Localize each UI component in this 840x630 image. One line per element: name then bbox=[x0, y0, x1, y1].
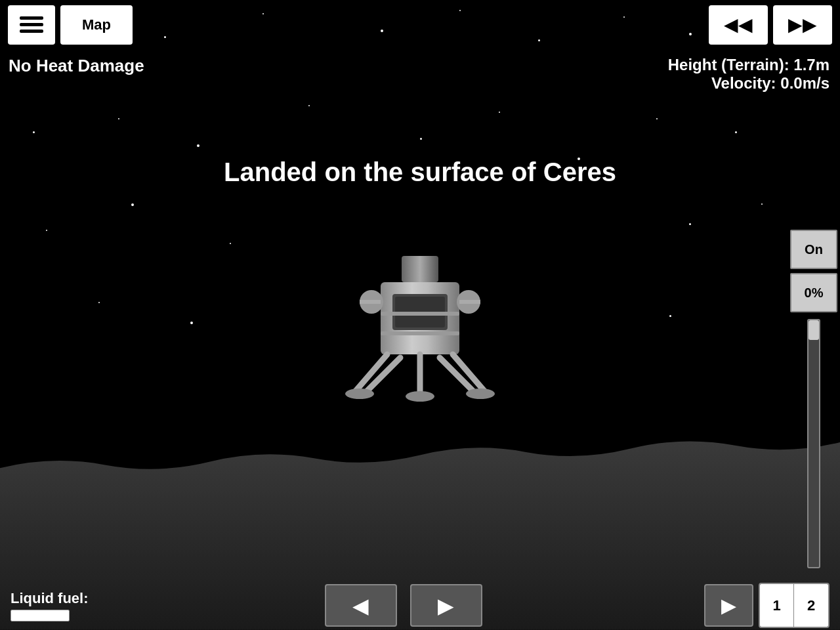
nav-right-arrow-icon: ▶ bbox=[438, 593, 454, 618]
star bbox=[669, 315, 671, 317]
rewind-icon: ◀◀ bbox=[724, 14, 753, 35]
status-text: No Heat Damage bbox=[9, 56, 144, 76]
bottom-right-controls: ▶ 1 2 bbox=[704, 583, 830, 628]
fastforward-icon: ▶▶ bbox=[788, 14, 817, 35]
mode-1-label: 1 bbox=[772, 597, 780, 614]
lander-spacecraft bbox=[315, 217, 525, 413]
nav-right-button[interactable]: ▶ bbox=[410, 584, 482, 627]
thruster-on-button[interactable]: On bbox=[790, 230, 837, 269]
svg-rect-15 bbox=[381, 312, 459, 316]
map-button[interactable]: Map bbox=[60, 5, 133, 45]
star bbox=[33, 131, 35, 133]
svg-point-11 bbox=[345, 388, 374, 399]
rewind-button[interactable]: ◀◀ bbox=[709, 5, 768, 45]
play-button[interactable]: ▶ bbox=[704, 584, 753, 627]
throttle-slider-track[interactable] bbox=[807, 319, 820, 568]
fuel-section: Liquid fuel: bbox=[10, 590, 102, 621]
top-right-controls: ◀◀ ▶▶ bbox=[709, 5, 832, 45]
svg-point-12 bbox=[466, 388, 495, 399]
nav-left-arrow-icon: ◀ bbox=[352, 593, 369, 618]
star bbox=[46, 230, 47, 231]
center-nav-buttons: ◀ ▶ bbox=[102, 584, 704, 627]
throttle-slider-thumb[interactable] bbox=[808, 320, 819, 340]
star bbox=[197, 144, 200, 147]
star bbox=[656, 118, 658, 119]
landing-message: Landed on the surface of Ceres bbox=[224, 158, 616, 187]
top-left-controls: Map bbox=[8, 5, 133, 45]
star bbox=[308, 105, 310, 106]
hamburger-icon bbox=[20, 16, 43, 33]
play-icon: ▶ bbox=[721, 594, 736, 617]
star bbox=[689, 223, 691, 225]
star bbox=[118, 118, 119, 119]
fuel-bar-fill bbox=[11, 610, 69, 621]
bottom-bar: Liquid fuel: ◀ ▶ ▶ 1 2 bbox=[0, 581, 840, 630]
mode-1-button[interactable]: 1 bbox=[760, 584, 794, 627]
star bbox=[420, 138, 422, 140]
height-display: Height (Terrain): 1.7m bbox=[668, 56, 830, 74]
throttle-percent-button[interactable]: 0% bbox=[790, 273, 837, 312]
nav-left-button[interactable]: ◀ bbox=[325, 584, 397, 627]
mode-2-button[interactable]: 2 bbox=[794, 584, 828, 627]
svg-point-14 bbox=[406, 391, 434, 402]
star bbox=[499, 112, 500, 113]
on-label: On bbox=[805, 242, 823, 257]
map-label: Map bbox=[82, 16, 111, 33]
star bbox=[131, 203, 134, 206]
fuel-bar-container bbox=[10, 610, 70, 621]
star bbox=[735, 131, 737, 133]
star bbox=[761, 203, 763, 205]
star bbox=[190, 322, 193, 324]
telemetry-display: Height (Terrain): 1.7m Velocity: 0.0m/s bbox=[668, 56, 830, 93]
throttle-label: 0% bbox=[805, 285, 824, 301]
fuel-label: Liquid fuel: bbox=[10, 590, 102, 607]
fastforward-button[interactable]: ▶▶ bbox=[773, 5, 832, 45]
velocity-display: Velocity: 0.0m/s bbox=[668, 74, 830, 93]
mode-2-label: 2 bbox=[807, 597, 815, 614]
top-bar: Map ◀◀ ▶▶ bbox=[0, 0, 840, 49]
right-controls: On 0% bbox=[788, 230, 840, 568]
hamburger-button[interactable] bbox=[8, 5, 55, 45]
svg-rect-16 bbox=[381, 331, 459, 335]
star bbox=[98, 302, 100, 303]
no-heat-damage-label: No Heat Damage bbox=[9, 56, 144, 75]
star bbox=[230, 243, 231, 244]
mode-buttons: 1 2 bbox=[759, 583, 830, 628]
svg-rect-1 bbox=[402, 256, 438, 282]
